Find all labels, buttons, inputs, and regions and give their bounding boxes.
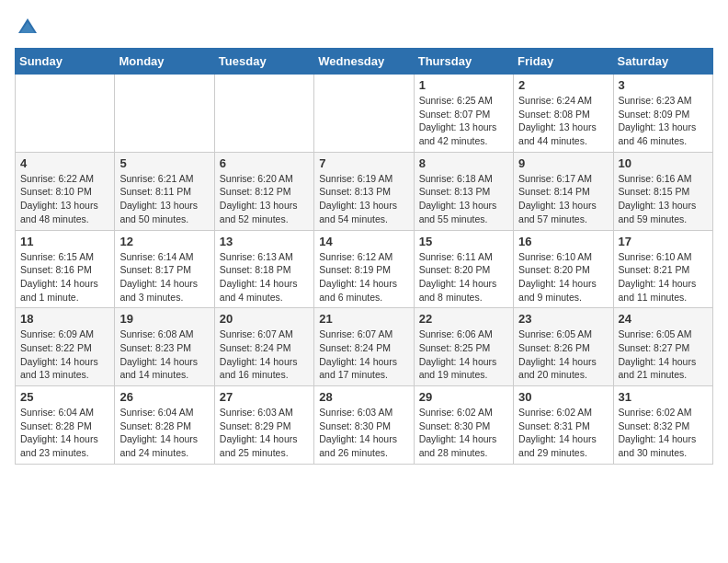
day-info: Sunrise: 6:17 AM Sunset: 8:14 PM Dayligh…	[518, 172, 608, 226]
calendar-cell: 2Sunrise: 6:24 AM Sunset: 8:08 PM Daylig…	[514, 75, 613, 153]
day-info: Sunrise: 6:03 AM Sunset: 8:29 PM Dayligh…	[220, 406, 309, 460]
day-info: Sunrise: 6:23 AM Sunset: 8:09 PM Dayligh…	[619, 94, 708, 148]
day-info: Sunrise: 6:18 AM Sunset: 8:13 PM Dayligh…	[419, 172, 508, 226]
calendar-cell: 28Sunrise: 6:03 AM Sunset: 8:30 PM Dayli…	[314, 386, 414, 465]
calendar-cell: 8Sunrise: 6:18 AM Sunset: 8:13 PM Daylig…	[414, 152, 513, 230]
day-info: Sunrise: 6:10 AM Sunset: 8:21 PM Dayligh…	[619, 250, 708, 304]
day-number: 8	[419, 156, 508, 170]
day-info: Sunrise: 6:04 AM Sunset: 8:28 PM Dayligh…	[119, 406, 209, 460]
day-info: Sunrise: 6:06 AM Sunset: 8:25 PM Dayligh…	[419, 327, 508, 382]
day-number: 4	[20, 156, 109, 170]
day-number: 16	[518, 235, 608, 248]
calendar-cell: 16Sunrise: 6:10 AM Sunset: 8:20 PM Dayli…	[514, 230, 613, 308]
day-info: Sunrise: 6:13 AM Sunset: 8:18 PM Dayligh…	[220, 250, 309, 304]
calendar-cell: 6Sunrise: 6:20 AM Sunset: 8:12 PM Daylig…	[214, 152, 313, 230]
day-info: Sunrise: 6:07 AM Sunset: 8:24 PM Dayligh…	[319, 327, 408, 382]
calendar-week-row: 18Sunrise: 6:09 AM Sunset: 8:22 PM Dayli…	[16, 308, 713, 386]
calendar-cell: 9Sunrise: 6:17 AM Sunset: 8:14 PM Daylig…	[514, 152, 613, 230]
day-info: Sunrise: 6:03 AM Sunset: 8:30 PM Dayligh…	[319, 406, 408, 460]
day-info: Sunrise: 6:11 AM Sunset: 8:20 PM Dayligh…	[419, 250, 508, 304]
day-info: Sunrise: 6:22 AM Sunset: 8:10 PM Dayligh…	[20, 172, 109, 226]
calendar-cell: 4Sunrise: 6:22 AM Sunset: 8:10 PM Daylig…	[16, 152, 115, 230]
day-number: 31	[619, 390, 708, 404]
day-info: Sunrise: 6:10 AM Sunset: 8:20 PM Dayligh…	[518, 250, 608, 304]
calendar-cell: 10Sunrise: 6:16 AM Sunset: 8:15 PM Dayli…	[613, 152, 712, 230]
day-info: Sunrise: 6:04 AM Sunset: 8:28 PM Dayligh…	[20, 406, 109, 460]
day-info: Sunrise: 6:02 AM Sunset: 8:31 PM Dayligh…	[518, 406, 608, 460]
day-info: Sunrise: 6:09 AM Sunset: 8:22 PM Dayligh…	[20, 327, 109, 382]
calendar-week-row: 1Sunrise: 6:25 AM Sunset: 8:07 PM Daylig…	[16, 75, 713, 153]
calendar-cell: 1Sunrise: 6:25 AM Sunset: 8:07 PM Daylig…	[414, 75, 513, 153]
day-number: 26	[119, 390, 209, 404]
logo	[15, 15, 44, 40]
calendar-cell: 24Sunrise: 6:05 AM Sunset: 8:27 PM Dayli…	[613, 308, 712, 386]
calendar-table: SundayMondayTuesdayWednesdayThursdayFrid…	[15, 48, 713, 465]
calendar-header-saturday: Saturday	[613, 49, 712, 75]
day-info: Sunrise: 6:02 AM Sunset: 8:32 PM Dayligh…	[619, 406, 708, 460]
calendar-header-friday: Friday	[514, 49, 613, 75]
day-number: 21	[319, 312, 408, 326]
day-number: 5	[119, 156, 209, 170]
calendar-cell: 20Sunrise: 6:07 AM Sunset: 8:24 PM Dayli…	[214, 308, 313, 386]
day-info: Sunrise: 6:08 AM Sunset: 8:23 PM Dayligh…	[119, 327, 209, 382]
day-info: Sunrise: 6:25 AM Sunset: 8:07 PM Dayligh…	[419, 94, 508, 148]
calendar-cell: 19Sunrise: 6:08 AM Sunset: 8:23 PM Dayli…	[115, 308, 214, 386]
calendar-cell: 22Sunrise: 6:06 AM Sunset: 8:25 PM Dayli…	[414, 308, 513, 386]
calendar-cell: 29Sunrise: 6:02 AM Sunset: 8:30 PM Dayli…	[414, 386, 513, 465]
day-number: 18	[20, 312, 109, 326]
calendar-cell: 30Sunrise: 6:02 AM Sunset: 8:31 PM Dayli…	[514, 386, 613, 465]
page-header	[15, 15, 713, 40]
day-info: Sunrise: 6:05 AM Sunset: 8:26 PM Dayligh…	[518, 327, 608, 382]
calendar-header-wednesday: Wednesday	[314, 49, 414, 75]
day-number: 19	[119, 312, 209, 326]
day-info: Sunrise: 6:12 AM Sunset: 8:19 PM Dayligh…	[319, 250, 408, 304]
day-number: 15	[419, 235, 508, 248]
day-number: 6	[220, 156, 309, 170]
day-number: 7	[319, 156, 408, 170]
calendar-cell	[314, 75, 414, 153]
day-number: 9	[518, 156, 608, 170]
day-number: 12	[119, 235, 209, 248]
calendar-cell	[16, 75, 115, 153]
calendar-cell	[214, 75, 313, 153]
calendar-cell: 14Sunrise: 6:12 AM Sunset: 8:19 PM Dayli…	[314, 230, 414, 308]
day-number: 27	[220, 390, 309, 404]
day-number: 3	[619, 78, 708, 92]
day-info: Sunrise: 6:21 AM Sunset: 8:11 PM Dayligh…	[119, 172, 209, 226]
day-info: Sunrise: 6:20 AM Sunset: 8:12 PM Dayligh…	[220, 172, 309, 226]
calendar-header-sunday: Sunday	[16, 49, 115, 75]
day-info: Sunrise: 6:16 AM Sunset: 8:15 PM Dayligh…	[619, 172, 708, 226]
day-number: 1	[419, 78, 508, 92]
day-info: Sunrise: 6:14 AM Sunset: 8:17 PM Dayligh…	[119, 250, 209, 304]
day-number: 14	[319, 235, 408, 248]
day-info: Sunrise: 6:07 AM Sunset: 8:24 PM Dayligh…	[220, 327, 309, 382]
calendar-cell: 11Sunrise: 6:15 AM Sunset: 8:16 PM Dayli…	[16, 230, 115, 308]
day-number: 17	[619, 235, 708, 248]
day-info: Sunrise: 6:15 AM Sunset: 8:16 PM Dayligh…	[20, 250, 109, 304]
calendar-cell: 15Sunrise: 6:11 AM Sunset: 8:20 PM Dayli…	[414, 230, 513, 308]
day-number: 20	[220, 312, 309, 326]
calendar-cell: 31Sunrise: 6:02 AM Sunset: 8:32 PM Dayli…	[613, 386, 712, 465]
calendar-week-row: 11Sunrise: 6:15 AM Sunset: 8:16 PM Dayli…	[16, 230, 713, 308]
calendar-cell: 18Sunrise: 6:09 AM Sunset: 8:22 PM Dayli…	[16, 308, 115, 386]
calendar-header-tuesday: Tuesday	[214, 49, 313, 75]
calendar-cell: 7Sunrise: 6:19 AM Sunset: 8:13 PM Daylig…	[314, 152, 414, 230]
calendar-cell: 21Sunrise: 6:07 AM Sunset: 8:24 PM Dayli…	[314, 308, 414, 386]
calendar-header-monday: Monday	[115, 49, 214, 75]
calendar-cell	[115, 75, 214, 153]
calendar-cell: 23Sunrise: 6:05 AM Sunset: 8:26 PM Dayli…	[514, 308, 613, 386]
day-info: Sunrise: 6:05 AM Sunset: 8:27 PM Dayligh…	[619, 327, 708, 382]
calendar-cell: 3Sunrise: 6:23 AM Sunset: 8:09 PM Daylig…	[613, 75, 712, 153]
day-number: 10	[619, 156, 708, 170]
day-number: 24	[619, 312, 708, 326]
calendar-cell: 17Sunrise: 6:10 AM Sunset: 8:21 PM Dayli…	[613, 230, 712, 308]
calendar-cell: 25Sunrise: 6:04 AM Sunset: 8:28 PM Dayli…	[16, 386, 115, 465]
calendar-cell: 12Sunrise: 6:14 AM Sunset: 8:17 PM Dayli…	[115, 230, 214, 308]
day-number: 13	[220, 235, 309, 248]
logo-icon	[15, 15, 40, 40]
day-info: Sunrise: 6:02 AM Sunset: 8:30 PM Dayligh…	[419, 406, 508, 460]
day-number: 25	[20, 390, 109, 404]
day-info: Sunrise: 6:19 AM Sunset: 8:13 PM Dayligh…	[319, 172, 408, 226]
day-number: 2	[518, 78, 608, 92]
day-number: 29	[419, 390, 508, 404]
